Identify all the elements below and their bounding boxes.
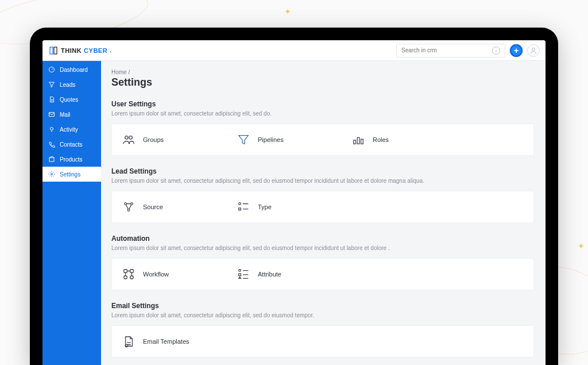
section-title: Lead Settings [111, 167, 534, 175]
svg-rect-10 [354, 140, 356, 144]
funnel-icon [237, 133, 250, 146]
card-label: Workflow [143, 271, 169, 278]
svg-rect-11 [357, 137, 359, 144]
svg-point-8 [125, 136, 129, 140]
svg-rect-23 [239, 274, 241, 276]
svg-point-15 [127, 209, 130, 212]
sidebar-item-label: Activity [60, 126, 78, 133]
gear-icon [48, 171, 55, 178]
avatar[interactable] [527, 44, 540, 57]
card-attribute[interactable]: Attribute [227, 268, 342, 281]
sidebar-item-label: Products [60, 156, 82, 163]
list-shapes-icon [237, 201, 250, 213]
svg-rect-18 [124, 270, 127, 273]
section-panel: Source Type [111, 191, 534, 223]
sparkle-icon: ✦ [578, 241, 585, 251]
brand-dot: . [110, 48, 111, 53]
svg-rect-12 [361, 139, 363, 144]
sidebar-item-contacts[interactable]: Contacts [42, 137, 101, 152]
section-email-settings: Email Settings Lorem ipsum dolor sit ame… [111, 302, 534, 358]
phone-icon [48, 141, 55, 148]
sidebar: Dashboard Leads Quotes Mail Activity [42, 61, 101, 365]
svg-point-9 [129, 136, 133, 140]
tablet-frame: THINKCYBER. i + Dashboard Leads [30, 28, 558, 365]
svg-point-22 [239, 270, 241, 272]
template-icon [122, 335, 135, 348]
sidebar-item-label: Settings [60, 171, 80, 178]
main-content: Home / Settings User Settings Lorem ipsu… [101, 61, 546, 365]
box-icon [48, 156, 55, 163]
card-label: Source [143, 203, 163, 210]
svg-point-16 [239, 203, 241, 205]
sidebar-item-dashboard[interactable]: Dashboard [42, 62, 101, 77]
sidebar-item-quotes[interactable]: Quotes [42, 92, 101, 107]
card-label: Type [258, 203, 272, 210]
section-panel: Email Templates [111, 325, 534, 358]
sidebar-item-label: Contacts [60, 141, 82, 148]
card-label: Attribute [258, 271, 281, 278]
section-lead-settings: Lead Settings Lorem ipsum dolor sit amet… [111, 167, 534, 223]
card-roles[interactable]: Roles [342, 133, 457, 146]
card-source[interactable]: Source [112, 201, 227, 213]
svg-point-5 [51, 128, 53, 130]
add-button[interactable]: + [510, 44, 523, 57]
sidebar-item-settings[interactable]: Settings [42, 167, 101, 182]
svg-rect-1 [54, 47, 57, 54]
section-desc: Lorem ipsum dolor sit amet, consectetur … [111, 177, 534, 185]
svg-rect-17 [239, 208, 241, 210]
section-panel: Groups Pipelines Roles [111, 124, 534, 156]
sidebar-item-mail[interactable]: Mail [42, 107, 101, 122]
workflow-icon [122, 268, 135, 281]
svg-rect-19 [130, 270, 134, 273]
card-workflow[interactable]: Workflow [112, 268, 227, 281]
mail-icon [48, 111, 55, 118]
document-icon [48, 96, 55, 103]
svg-point-2 [532, 48, 535, 51]
attributes-icon [237, 268, 250, 281]
search-box[interactable]: i [396, 44, 505, 57]
bulb-icon [48, 126, 55, 133]
brand-logo[interactable]: THINKCYBER. [48, 45, 111, 56]
section-title: User Settings [111, 100, 534, 108]
breadcrumb[interactable]: Home / [111, 69, 534, 75]
funnel-icon [48, 81, 55, 88]
card-label: Groups [143, 136, 164, 143]
sidebar-item-products[interactable]: Products [42, 152, 101, 167]
card-pipelines[interactable]: Pipelines [227, 133, 342, 146]
brand-text-2: CYBER [84, 47, 107, 54]
section-desc: Lorem ipsum dolor sit amet, consectetur … [111, 110, 534, 118]
sidebar-item-label: Mail [60, 112, 70, 118]
sidebar-item-leads[interactable]: Leads [42, 77, 101, 92]
page-title: Settings [111, 76, 534, 89]
info-icon[interactable]: i [492, 47, 500, 55]
svg-point-20 [124, 276, 127, 279]
sidebar-item-label: Leads [60, 82, 75, 88]
card-type[interactable]: Type [227, 201, 342, 213]
search-input[interactable] [401, 47, 492, 53]
svg-point-13 [125, 203, 127, 205]
section-title: Email Settings [111, 302, 534, 310]
nodes-icon [122, 201, 135, 213]
brand-text-1: THINK [61, 47, 82, 54]
svg-rect-0 [50, 47, 53, 54]
card-groups[interactable]: Groups [112, 133, 227, 146]
svg-point-21 [130, 276, 134, 279]
section-title: Automation [111, 235, 534, 243]
section-desc: Lorem ipsum dolor sit amet, consectetur … [111, 312, 534, 320]
card-label: Email Templates [143, 338, 189, 345]
section-automation: Automation Lorem ipsum dolor sit amet, c… [111, 235, 534, 290]
svg-rect-6 [49, 158, 54, 162]
screen: THINKCYBER. i + Dashboard Leads [42, 40, 546, 365]
card-label: Roles [373, 136, 389, 143]
sidebar-item-label: Dashboard [60, 67, 88, 73]
gauge-icon [48, 66, 55, 73]
section-panel: Workflow Attribute [111, 258, 534, 290]
topbar: THINKCYBER. i + [42, 40, 546, 61]
bars-icon [352, 133, 365, 146]
sidebar-item-activity[interactable]: Activity [42, 122, 101, 137]
card-label: Pipelines [258, 136, 284, 143]
card-email-templates[interactable]: Email Templates [112, 335, 227, 348]
sidebar-item-label: Quotes [60, 97, 78, 103]
sparkle-icon: ✦ [284, 7, 291, 16]
svg-point-7 [51, 174, 53, 175]
